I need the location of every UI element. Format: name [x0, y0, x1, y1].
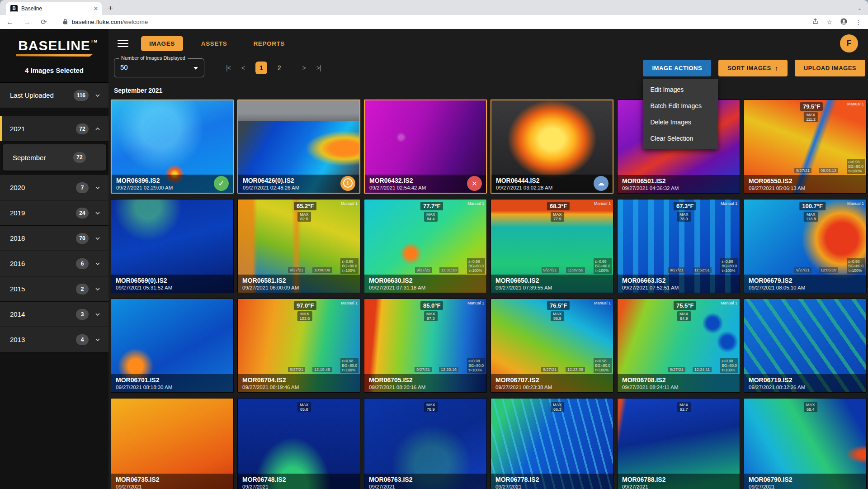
controls-row: Number of Images Displayed 50 |< < 12 > …: [108, 56, 868, 80]
image-card[interactable]: MAX68.4 MOR06790.IS2 09/27/2021: [744, 398, 867, 489]
last-page-button[interactable]: >|: [316, 64, 321, 71]
sidebar-item-2014[interactable]: 2014 3: [0, 302, 108, 327]
url-bar[interactable]: baseline.fluke.com/welcome: [71, 19, 148, 25]
chevron-down-icon[interactable]: [95, 337, 100, 342]
sidebar-item-september[interactable]: September 72: [3, 144, 106, 171]
image-card[interactable]: MOR06426(0).IS2 09/27/2021 02:48:26 AM !: [237, 100, 360, 194]
filter-label: 2020: [10, 184, 76, 191]
image-card[interactable]: 68.3°F MAX77.9 Manual 1 9/27/2111:39:55 …: [491, 199, 613, 293]
image-card[interactable]: 75.5°F MAX84.9 Manual 1 9/27/2112:24:11 …: [617, 299, 740, 393]
image-datetime: 09/27/2021: [242, 484, 286, 489]
image-filename: MOR06788.IS2: [622, 476, 666, 484]
image-actions-button[interactable]: IMAGE ACTIONS: [643, 60, 711, 76]
chevron-down-icon[interactable]: [95, 261, 100, 266]
tab-images[interactable]: IMAGES: [141, 36, 183, 51]
image-datetime: 09/27/2021 02:29:00 AM: [116, 185, 173, 191]
chevron-down-icon[interactable]: [95, 312, 100, 317]
image-card[interactable]: MOR06701.IS2 09/27/2021 08:18:30 AM: [111, 299, 234, 393]
max-temp-chip: MAX86.9: [551, 311, 564, 321]
menu-item-clear-selection[interactable]: Clear Selection: [643, 130, 718, 147]
chevron-down-icon[interactable]: [95, 286, 100, 292]
image-filename: MOR06501.IS2: [622, 177, 679, 185]
user-avatar[interactable]: F: [840, 34, 858, 52]
upload-images-button[interactable]: UPLOAD IMAGES: [795, 60, 865, 76]
card-label-strip: MOR06788.IS2 09/27/2021: [618, 474, 740, 489]
page-button-2[interactable]: 2: [274, 62, 285, 74]
image-card[interactable]: MOR06719.IS2 09/27/2021 08:32:26 AM: [744, 299, 867, 393]
browser-menu-icon[interactable]: ⋮: [855, 19, 862, 26]
emissivity-overlay: ε=0.98BG=80.0τ=100%: [594, 358, 612, 373]
stamp-date: 9/27/21: [794, 267, 811, 273]
sidebar-item-2015[interactable]: 2015 2: [0, 276, 108, 302]
next-page-button[interactable]: >: [302, 64, 306, 71]
page-button-1[interactable]: 1: [255, 62, 267, 74]
image-card[interactable]: MOR06396.IS2 09/27/2021 02:29:00 AM ✓: [111, 100, 234, 194]
select-value: 50: [120, 63, 128, 71]
reload-icon[interactable]: ⟳: [41, 18, 47, 26]
sidebar-item-2021[interactable]: 2021 72: [0, 116, 108, 142]
first-page-button[interactable]: |<: [226, 64, 231, 71]
sidebar-item-2013[interactable]: 2013 4: [0, 327, 108, 352]
image-card[interactable]: 79.5°F MAX111.2 Manual 1 9/27/2109:06:13…: [744, 100, 867, 194]
image-filename: MOR06707.IS2: [495, 376, 552, 384]
browser-tab-strip: B Baseline ✕ + ⌄: [0, 0, 868, 15]
menu-item-edit-images[interactable]: Edit Images: [643, 81, 718, 98]
stamp-date: 9/27/21: [541, 367, 558, 372]
sidebar-item-2016[interactable]: 2016 6: [0, 251, 108, 276]
profile-icon[interactable]: [840, 18, 847, 26]
image-datetime: 09/27/2021 03:02:28 AM: [496, 185, 552, 191]
max-temp-chip: MAX92.7: [677, 402, 691, 412]
image-card[interactable]: MAX92.7 MOR06788.IS2 09/27/2021: [617, 398, 740, 489]
image-card[interactable]: 77.7°F MAX84.4 Manual 1 9/27/2111:31:18 …: [364, 199, 487, 293]
sidebar-item-last-uploaded[interactable]: Last Uploaded 116: [0, 83, 108, 108]
image-card[interactable]: 100.7°F MAX113.8 Manual 1 9/27/2112:05:1…: [744, 199, 867, 293]
image-card[interactable]: MOR06444.IS2 09/27/2021 03:02:28 AM ☁: [491, 100, 613, 194]
max-temp-chip: MAX111.2: [804, 112, 818, 122]
tab-assets[interactable]: ASSETS: [193, 36, 236, 51]
image-card[interactable]: 76.5°F MAX86.9 Manual 1 9/27/2112:23:38 …: [491, 299, 613, 393]
image-card[interactable]: 65.2°F MAX82.8 Manual 1 9/27/2110:00:09 …: [237, 199, 360, 293]
tab-reports[interactable]: REPORTS: [245, 36, 292, 51]
chevron-icon[interactable]: [92, 155, 98, 160]
image-filename: MOR06426(0).IS2: [243, 177, 299, 185]
sidebar-item-2020[interactable]: 2020 7: [0, 175, 108, 200]
image-card[interactable]: MAX66.3 MOR06778.IS2 09/27/2021: [491, 398, 613, 489]
sort-images-button[interactable]: SORT IMAGES↑: [718, 60, 788, 76]
image-card[interactable]: 67.3°F MAX78.0 Manual 1 9/27/2111:52:51 …: [617, 199, 740, 293]
image-card[interactable]: MAX85.8 MOR06748.IS2 09/27/2021: [237, 398, 360, 489]
stamp-time: 12:23:38: [566, 367, 585, 372]
image-timestamps: 9/27/2112:24:11: [668, 367, 712, 372]
prev-page-button[interactable]: <: [241, 64, 245, 71]
browser-tab[interactable]: B Baseline ✕: [6, 2, 102, 15]
forward-icon[interactable]: →: [24, 18, 31, 26]
back-icon[interactable]: ←: [6, 18, 14, 26]
image-card[interactable]: 97.0°F MAX103.6 Manual 1 9/27/2112:19:46…: [237, 299, 360, 393]
chevron-up-icon[interactable]: [95, 126, 100, 132]
card-label-strip: MOR06630.IS2 09/27/2021 07:31:18 AM: [364, 275, 486, 293]
image-datetime: 09/27/2021 08:05:10 AM: [749, 285, 805, 291]
image-datetime: 09/27/2021 08:24:11 AM: [622, 384, 678, 390]
menu-item-batch-edit-images[interactable]: Batch Edit Images: [643, 98, 718, 114]
stamp-time: 12:24:11: [693, 367, 712, 372]
new-tab-button[interactable]: +: [108, 3, 113, 13]
share-icon[interactable]: [812, 18, 818, 26]
image-card[interactable]: MOR06735.IS2 09/27/2021: [111, 398, 234, 489]
bookmark-star-icon[interactable]: ☆: [826, 19, 832, 26]
sidebar-item-2018[interactable]: 2018 70: [0, 226, 108, 251]
tab-close-icon[interactable]: ✕: [94, 5, 98, 12]
sidebar-item-2019[interactable]: 2019 24: [0, 200, 108, 226]
image-filename: MOR06763.IS2: [369, 476, 413, 484]
menu-icon[interactable]: [118, 40, 128, 47]
menu-item-delete-images[interactable]: Delete Images: [643, 114, 718, 130]
chevron-down-icon[interactable]: [95, 210, 100, 216]
tab-search-chevron-icon[interactable]: ⌄: [858, 5, 862, 11]
images-displayed-select[interactable]: Number of Images Displayed 50: [114, 58, 204, 77]
chevron-down-icon[interactable]: [95, 185, 100, 190]
main-area: IMAGESASSETSREPORTS F Number of Images D…: [108, 29, 868, 489]
chevron-down-icon[interactable]: [95, 236, 100, 241]
image-card[interactable]: MAX78.9 MOR06763.IS2 09/27/2021: [364, 398, 487, 489]
chevron-down-icon[interactable]: [95, 93, 100, 98]
image-card[interactable]: 85.0°F MAX97.3 Manual 1 9/27/2112:20:16 …: [364, 299, 487, 393]
image-card[interactable]: MOR06569(0).IS2 09/27/2021 05:31:52 AM: [111, 199, 234, 293]
image-card[interactable]: MOR06432.IS2 09/27/2021 02:54:42 AM ✕: [364, 100, 487, 194]
